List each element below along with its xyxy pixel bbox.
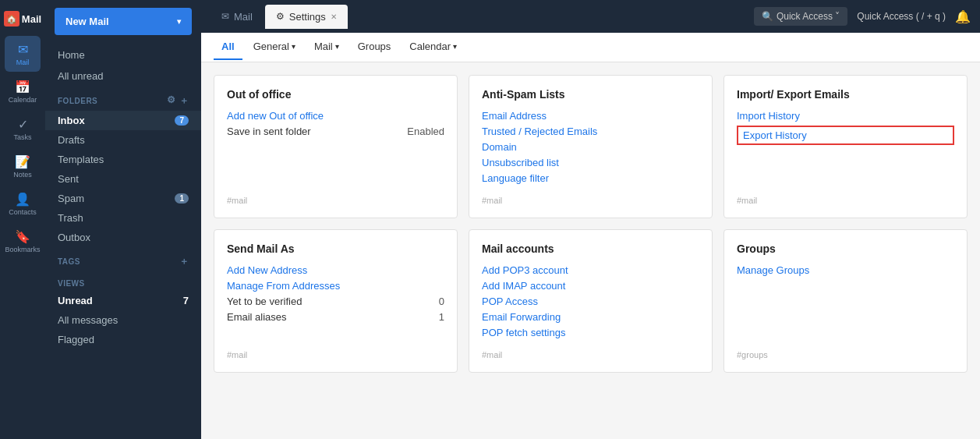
nav-icon-bookmarks[interactable]: 🔖 Bookmarks xyxy=(5,223,41,259)
link-add-new-address[interactable]: Add New Address xyxy=(227,264,444,276)
row-email-aliases-label: Email aliases xyxy=(227,311,287,323)
card-import-export-title: Import/ Export Emails xyxy=(737,88,954,101)
settings-nav-general[interactable]: General ▾ xyxy=(246,34,303,60)
card-send-mail-as-footer: #mail xyxy=(227,342,444,359)
link-add-pop3[interactable]: Add POP3 account xyxy=(482,264,699,276)
folder-trash[interactable]: Trash xyxy=(45,208,201,228)
tags-add-icon[interactable]: ＋ xyxy=(179,255,189,268)
card-groups-footer: #groups xyxy=(737,342,954,359)
search-icon: 🔍 xyxy=(762,11,773,22)
view-all-messages-label: All messages xyxy=(58,314,118,326)
folder-templates-label: Templates xyxy=(58,154,104,165)
link-language-filter[interactable]: Language filter xyxy=(482,172,699,184)
folders-settings-icon[interactable]: ⚙ xyxy=(167,94,176,108)
link-manage-groups[interactable]: Manage Groups xyxy=(737,264,954,276)
link-pop-fetch-settings[interactable]: POP fetch settings xyxy=(482,327,699,338)
view-all-messages[interactable]: All messages xyxy=(45,310,201,330)
link-domain[interactable]: Domain xyxy=(482,141,699,153)
contacts-icon: 👤 xyxy=(15,192,30,207)
link-pop-access[interactable]: POP Access xyxy=(482,296,699,307)
view-unread[interactable]: Unread 7 xyxy=(45,291,201,310)
quick-access-shortcut-text: Quick Access ( / + q ) xyxy=(857,11,946,22)
sidebar-item-home[interactable]: Home xyxy=(45,44,201,65)
row-save-in-sent-label: Save in sent folder xyxy=(227,126,311,137)
row-yet-to-verify: Yet to be verified 0 xyxy=(227,296,444,307)
folder-drafts[interactable]: Drafts xyxy=(45,130,201,150)
link-add-out-of-office[interactable]: Add new Out of office xyxy=(227,110,444,122)
settings-nav-groups[interactable]: Groups xyxy=(350,34,399,60)
row-yet-to-verify-value: 0 xyxy=(439,296,444,307)
sidebar-item-all-unread[interactable]: All unread xyxy=(45,65,201,87)
folder-inbox-badge: 7 xyxy=(175,115,189,126)
nav-icon-contacts[interactable]: 👤 Contacts xyxy=(5,186,41,221)
card-out-of-office-footer: #mail xyxy=(227,188,444,205)
view-unread-label: Unread xyxy=(58,295,93,306)
settings-nav-calendar[interactable]: Calendar ▾ xyxy=(402,34,465,60)
folder-templates[interactable]: Templates xyxy=(45,150,201,169)
settings-nav-groups-label: Groups xyxy=(358,41,391,52)
folder-sent-label: Sent xyxy=(58,173,79,185)
notification-icon[interactable]: 🔔 xyxy=(955,9,971,24)
tags-section-header: TAGS ＋ xyxy=(45,247,201,271)
notes-icon: 📝 xyxy=(15,154,30,169)
folder-inbox-label: Inbox xyxy=(58,115,85,126)
content-area: ✉ Mail ⚙ Settings ✕ 🔍 Quick Access ˅ Qui… xyxy=(201,0,980,439)
nav-icon-tasks[interactable]: ✓ Tasks xyxy=(5,111,41,147)
folder-spam[interactable]: Spam 1 xyxy=(45,189,201,208)
nav-mail-label: Mail xyxy=(16,58,30,66)
new-mail-label: New Mail xyxy=(65,16,109,27)
link-unsubscribed-list[interactable]: Unsubscribed list xyxy=(482,157,699,168)
view-flagged[interactable]: Flagged xyxy=(45,330,201,349)
row-save-in-sent: Save in sent folder Enabled xyxy=(227,126,444,137)
new-mail-chevron: ▾ xyxy=(177,17,181,26)
quick-access-btn-label: Quick Access ˅ xyxy=(777,11,840,22)
settings-nav-all[interactable]: All xyxy=(214,34,242,60)
folders-add-icon[interactable]: ＋ xyxy=(179,94,189,108)
folder-drafts-label: Drafts xyxy=(58,134,85,146)
card-groups: Groups Manage Groups #groups xyxy=(724,229,968,373)
tab-mail[interactable]: ✉ Mail xyxy=(211,5,264,29)
link-import-history[interactable]: Import History xyxy=(737,110,954,122)
app-title: Mail xyxy=(22,13,41,25)
folder-trash-label: Trash xyxy=(58,212,83,224)
mail-logo-icon: 🏠 xyxy=(4,11,19,27)
top-bar-right: 🔍 Quick Access ˅ Quick Access ( / + q ) … xyxy=(754,7,971,26)
tab-settings-close-icon[interactable]: ✕ xyxy=(331,12,337,21)
card-mail-accounts: Mail accounts Add POP3 account Add IMAP … xyxy=(469,229,713,373)
calendar-chevron-icon: ▾ xyxy=(453,42,457,51)
mail-chevron-icon: ▾ xyxy=(335,42,339,51)
row-save-in-sent-value: Enabled xyxy=(407,126,444,137)
icon-sidebar: 🏠 Mail ✉ Mail 📅 Calendar ✓ Tasks 📝 Notes… xyxy=(0,0,45,439)
link-email-address[interactable]: Email Address xyxy=(482,110,699,122)
tab-settings[interactable]: ⚙ Settings ✕ xyxy=(265,5,348,29)
settings-nav-calendar-label: Calendar xyxy=(409,41,451,52)
nav-notes-label: Notes xyxy=(13,171,32,179)
cards-grid: Out of office Add new Out of office Save… xyxy=(214,75,968,373)
folder-spam-label: Spam xyxy=(58,193,84,204)
row-yet-to-verify-label: Yet to be verified xyxy=(227,296,302,307)
link-export-history[interactable]: Export History xyxy=(737,126,954,145)
card-send-mail-as-title: Send Mail As xyxy=(227,243,444,255)
app-logo: 🏠 Mail xyxy=(1,6,44,36)
folder-inbox[interactable]: Inbox 7 xyxy=(45,111,201,130)
link-manage-from-addresses[interactable]: Manage From Addresses xyxy=(227,280,444,292)
settings-content: Out of office Add new Out of office Save… xyxy=(201,62,980,439)
nav-icon-notes[interactable]: 📝 Notes xyxy=(5,148,41,184)
nav-icon-calendar[interactable]: 📅 Calendar xyxy=(5,73,41,109)
link-trusted-rejected-emails[interactable]: Trusted / Rejected Emails xyxy=(482,126,699,137)
mail-icon: ✉ xyxy=(18,42,28,57)
quick-access-button[interactable]: 🔍 Quick Access ˅ xyxy=(754,7,847,26)
card-import-export: Import/ Export Emails Import History Exp… xyxy=(724,75,968,218)
link-add-imap[interactable]: Add IMAP account xyxy=(482,280,699,292)
nav-contacts-label: Contacts xyxy=(9,208,37,216)
new-mail-button[interactable]: New Mail ▾ xyxy=(55,8,192,35)
settings-nav-mail[interactable]: Mail ▾ xyxy=(306,34,347,60)
settings-nav-all-label: All xyxy=(221,41,235,52)
card-out-of-office: Out of office Add new Out of office Save… xyxy=(214,75,458,218)
folder-sent[interactable]: Sent xyxy=(45,169,201,189)
card-anti-spam: Anti-Spam Lists Email Address Trusted / … xyxy=(469,75,713,218)
link-email-forwarding[interactable]: Email Forwarding xyxy=(482,311,699,323)
folder-outbox[interactable]: Outbox xyxy=(45,228,201,247)
nav-bookmarks-label: Bookmarks xyxy=(5,246,40,253)
nav-icon-mail[interactable]: ✉ Mail xyxy=(5,36,41,72)
